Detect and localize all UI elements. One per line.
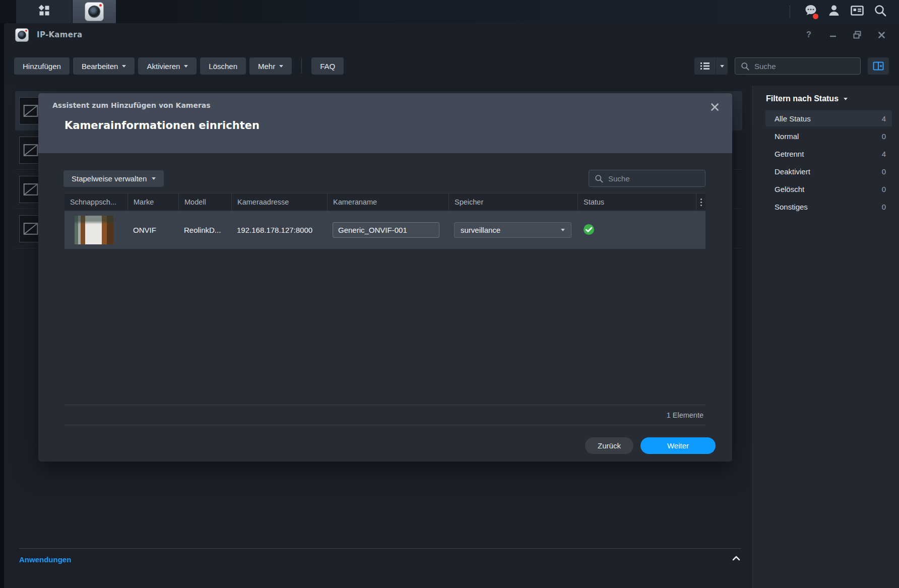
- notifications-button[interactable]: [799, 0, 822, 23]
- main-menu-button[interactable]: [16, 0, 73, 23]
- sidebar-toggle-button[interactable]: [868, 57, 889, 75]
- close-dialog-button[interactable]: [708, 100, 721, 113]
- dialog-search-box: [589, 170, 705, 187]
- address-cell: 192.168.178.127:8000: [231, 226, 327, 234]
- user-menu-button[interactable]: [822, 0, 846, 23]
- chevron-down-icon: [122, 65, 126, 68]
- filter-header[interactable]: Filtern nach Status: [753, 94, 899, 103]
- chevron-down-icon: [844, 98, 848, 100]
- filter-item-sonstiges[interactable]: Sonstiges 0: [765, 199, 892, 215]
- column-settings-button[interactable]: [696, 193, 705, 211]
- dialog-header: Assistent zum Hinzufügen von Kameras Kam…: [38, 93, 732, 153]
- back-button[interactable]: Zurück: [585, 437, 633, 454]
- model-cell: ReolinkD...: [178, 226, 231, 234]
- next-button[interactable]: Weiter: [640, 437, 716, 454]
- camera-name-cell: [327, 222, 448, 238]
- recording-dot: [99, 4, 102, 7]
- close-window-button[interactable]: [876, 29, 887, 40]
- camera-table-row[interactable]: ONVIF ReolinkD... 192.168.178.127:8000 s…: [65, 211, 705, 249]
- toolbar-buttons: Hinzufügen Bearbeiten Aktivieren Löschen…: [14, 57, 344, 75]
- minimize-button[interactable]: [827, 29, 839, 40]
- search-icon: [740, 61, 750, 71]
- storage-select[interactable]: surveillance: [454, 222, 571, 238]
- list-view-button[interactable]: [694, 57, 716, 75]
- chevron-down-icon: [184, 65, 188, 68]
- column-camera-name[interactable]: Kameraname: [327, 193, 448, 211]
- chevron-down-icon: [152, 177, 156, 180]
- filter-item-label: Alle Status: [775, 114, 811, 123]
- filter-item-count: 4: [882, 150, 886, 158]
- add-button-label: Hinzufügen: [23, 62, 61, 71]
- apps-grid-icon: [38, 4, 51, 19]
- more-button[interactable]: Mehr: [249, 57, 292, 75]
- storage-select-value: surveillance: [461, 226, 500, 234]
- window-titlebar: IP-Kamera ?: [4, 23, 899, 46]
- global-search-button[interactable]: [869, 0, 892, 23]
- filter-item-label: Deaktiviert: [775, 167, 810, 176]
- topbar-separator: [790, 5, 790, 18]
- edit-button-label: Bearbeiten: [82, 62, 118, 71]
- filter-item-count: 4: [882, 114, 886, 123]
- widgets-button[interactable]: [846, 0, 869, 23]
- widgets-icon: [850, 3, 865, 20]
- filter-items: Alle Status 4 Normal 0 Getrennt 4 Deakti…: [753, 110, 899, 215]
- filter-item-count: 0: [882, 203, 886, 211]
- items-count: 1 Elemente: [667, 411, 703, 419]
- filter-item-count: 0: [882, 132, 886, 141]
- filter-item-normal[interactable]: Normal 0: [765, 128, 892, 144]
- batch-manage-label: Stapelweise verwalten: [72, 174, 147, 183]
- camera-table-header: Schnappsch... Marke Modell Kameraadresse…: [65, 193, 705, 211]
- wizard-breadcrumb: Assistent zum Hinzufügen von Kameras: [52, 101, 211, 109]
- filter-item-label: Getrennt: [775, 150, 804, 158]
- column-snapshot[interactable]: Schnappsch...: [65, 193, 127, 211]
- wizard-step-title: Kamerainformationen einrichten: [65, 119, 260, 132]
- storage-cell: surveillance: [448, 222, 577, 238]
- vertical-ellipsis-icon: [700, 199, 702, 206]
- taskbar-camera-app-tab[interactable]: [73, 0, 116, 23]
- camera-search-input[interactable]: [754, 62, 840, 71]
- filter-item-geloescht[interactable]: Gelöscht 0: [765, 181, 892, 197]
- filter-header-label: Filtern nach Status: [766, 94, 839, 103]
- activate-button[interactable]: Aktivieren: [138, 57, 197, 75]
- recording-dot: [25, 30, 27, 32]
- chevron-down-icon: [279, 65, 283, 68]
- camera-lens: [88, 6, 100, 18]
- column-storage[interactable]: Speicher: [448, 193, 577, 211]
- system-topbar: [0, 0, 899, 23]
- topbar-right-icons: [790, 0, 899, 23]
- add-button[interactable]: Hinzufügen: [14, 57, 70, 75]
- window-camera-icon: [15, 28, 29, 42]
- chevron-down-icon: [720, 65, 724, 68]
- delete-button-label: Löschen: [209, 62, 237, 71]
- batch-manage-button[interactable]: Stapelweise verwalten: [63, 170, 164, 187]
- applications-link[interactable]: Anwendungen: [19, 555, 71, 564]
- delete-button[interactable]: Löschen: [200, 57, 246, 75]
- search-icon: [873, 3, 888, 20]
- help-button[interactable]: ?: [803, 29, 814, 40]
- camera-table: Schnappsch... Marke Modell Kameraadresse…: [65, 193, 705, 249]
- filter-item-deaktiviert[interactable]: Deaktiviert 0: [765, 163, 892, 179]
- notification-badge: [813, 14, 818, 19]
- window-toolbar: Hinzufügen Bearbeiten Aktivieren Löschen…: [4, 46, 899, 86]
- status-filter-sidebar: Filtern nach Status Alle Status 4 Normal…: [752, 86, 899, 588]
- column-brand[interactable]: Marke: [127, 193, 178, 211]
- dialog-footer: Zurück Weiter: [38, 430, 732, 462]
- filter-item-getrennt[interactable]: Getrennt 4: [765, 146, 892, 162]
- filter-item-count: 0: [882, 185, 886, 193]
- search-icon: [594, 174, 604, 183]
- camera-name-input[interactable]: [333, 222, 439, 238]
- filter-item-count: 0: [882, 167, 886, 176]
- column-status[interactable]: Status: [577, 193, 696, 211]
- collapse-chevron-up-icon[interactable]: [731, 555, 741, 564]
- activate-button-label: Aktivieren: [147, 62, 180, 71]
- faq-button[interactable]: FAQ: [311, 57, 344, 75]
- restore-button[interactable]: [852, 29, 863, 40]
- edit-button[interactable]: Bearbeiten: [73, 57, 135, 75]
- close-icon: [711, 103, 719, 111]
- dialog-search-input[interactable]: [608, 174, 694, 183]
- view-mode-dropdown-button[interactable]: [716, 57, 728, 75]
- filter-item-alle-status[interactable]: Alle Status 4: [765, 110, 892, 126]
- column-address[interactable]: Kameraadresse: [231, 193, 327, 211]
- user-icon: [827, 4, 841, 20]
- column-model[interactable]: Modell: [178, 193, 231, 211]
